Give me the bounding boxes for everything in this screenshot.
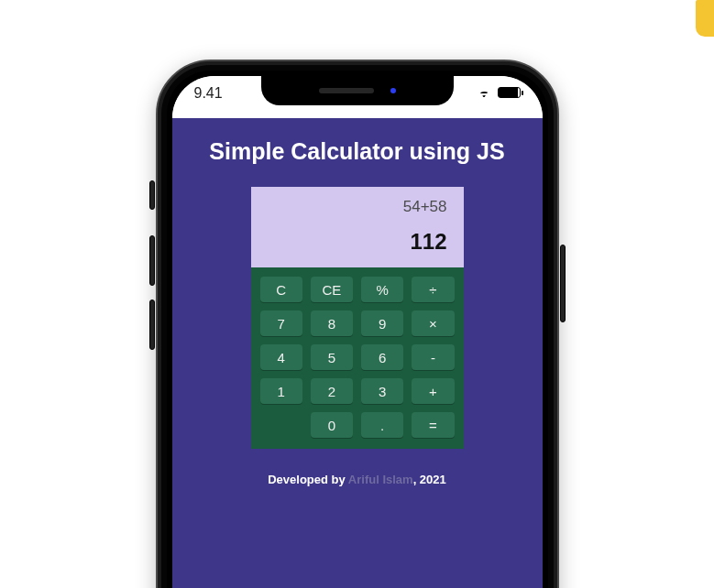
power-button (560, 245, 566, 322)
footer-prefix: Developed by (268, 473, 348, 486)
calculator: 54+58 112 CCE%÷789×456-123+0.= (251, 187, 464, 449)
phone-notch (261, 76, 454, 105)
key-3[interactable]: 3 (361, 378, 403, 404)
mute-switch (149, 180, 155, 210)
key-clear[interactable]: C (260, 277, 302, 302)
key-plus[interactable]: + (412, 378, 454, 404)
key-4[interactable]: 4 (260, 344, 302, 370)
volume-down-button (149, 299, 155, 350)
app-title: Simple Calculator using JS (172, 138, 543, 165)
speaker-grille (319, 88, 374, 93)
calculator-app: Simple Calculator using JS 54+58 112 CCE… (172, 118, 543, 588)
key-5[interactable]: 5 (311, 344, 353, 370)
author-link[interactable]: Ariful Islam (348, 473, 413, 486)
calculator-display: 54+58 112 (251, 187, 464, 267)
calculator-keypad: CCE%÷789×456-123+0.= (251, 267, 464, 449)
camera-dot (390, 88, 396, 93)
phone-frame: 9.41 Simple Calculator using JS 54+58 11… (156, 60, 559, 588)
key-1[interactable]: 1 (260, 378, 302, 404)
key-divide[interactable]: ÷ (412, 277, 454, 302)
key-clear-entry[interactable]: CE (311, 277, 353, 302)
key-7[interactable]: 7 (260, 310, 302, 336)
key-9[interactable]: 9 (361, 310, 403, 336)
key-6[interactable]: 6 (361, 344, 403, 370)
key-dot[interactable]: . (361, 412, 403, 438)
key-equals[interactable]: = (412, 412, 454, 438)
key-minus[interactable]: - (412, 344, 454, 370)
status-time: 9.41 (194, 85, 223, 102)
key-multiply[interactable]: × (412, 310, 454, 336)
app-footer: Developed by Ariful Islam, 2021 (172, 473, 543, 486)
key-2[interactable]: 2 (311, 378, 353, 404)
corner-flag (696, 0, 714, 37)
footer-suffix: , 2021 (413, 473, 446, 486)
calc-result: 112 (268, 229, 447, 255)
phone-screen: 9.41 Simple Calculator using JS 54+58 11… (172, 76, 543, 588)
volume-up-button (149, 235, 155, 286)
key-percent[interactable]: % (361, 277, 403, 302)
key-8[interactable]: 8 (311, 310, 353, 336)
key-0[interactable]: 0 (311, 412, 353, 438)
wifi-icon (477, 86, 492, 98)
battery-icon (498, 87, 521, 98)
calc-expression: 54+58 (268, 198, 447, 216)
